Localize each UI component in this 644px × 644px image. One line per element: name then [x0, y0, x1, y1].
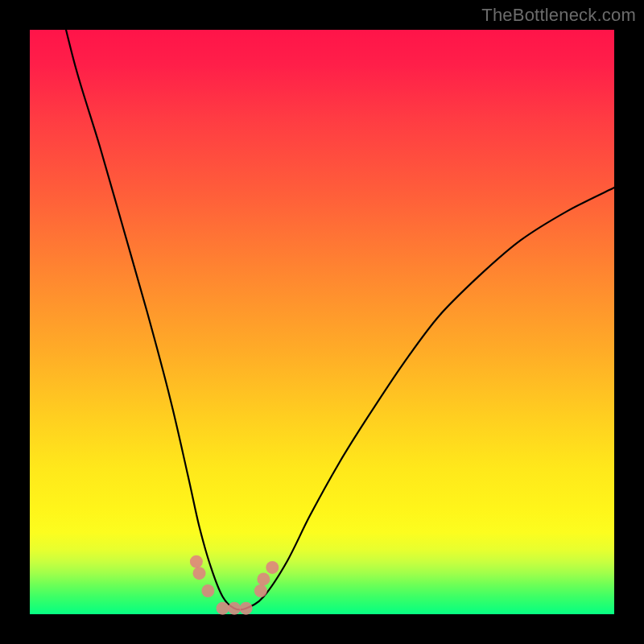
marker-point: [228, 602, 241, 615]
marker-point: [240, 602, 253, 615]
marker-point: [190, 555, 203, 568]
marker-point: [266, 561, 279, 574]
plot-area: [30, 30, 614, 614]
marker-point: [257, 572, 270, 585]
series-curve: [59, 1, 614, 610]
chart-svg: [30, 30, 614, 614]
marker-group: [190, 555, 279, 615]
marker-point: [254, 584, 267, 597]
watermark-text: TheBottleneck.com: [481, 5, 636, 26]
chart-frame: TheBottleneck.com: [0, 0, 644, 644]
marker-point: [217, 602, 229, 615]
marker-point: [193, 567, 206, 580]
marker-point: [201, 584, 214, 597]
